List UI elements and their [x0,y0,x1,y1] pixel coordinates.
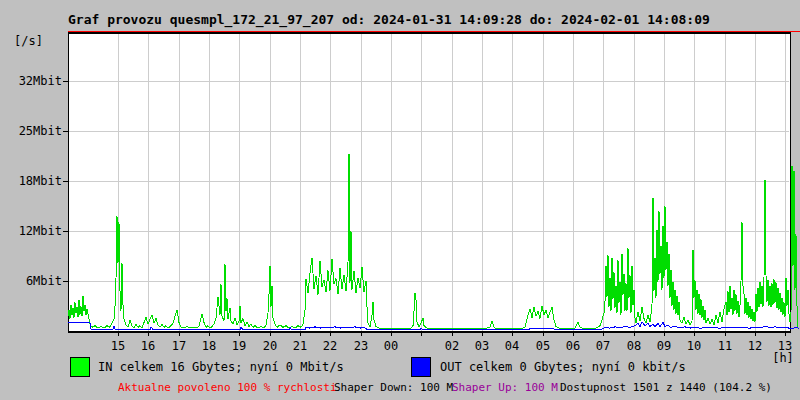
page-title: Graf provozu quesmpl_172_21_97_207 od: 2… [68,13,710,27]
x-tick-label-11: 11 [714,339,736,353]
y-tick-label-6Mbit: 6Mbit [12,274,62,288]
x-tick-label-15: 15 [107,339,129,353]
x-tick-label-04: 04 [501,339,523,353]
out-legend-label: OUT celkem 0 Gbytes; nyní 0 kbit/s [440,360,686,374]
in-legend-swatch [70,357,90,377]
x-tick-label-06: 06 [562,339,584,353]
x-tick-label-05: 05 [532,339,554,353]
x-tick-label-21: 21 [289,339,311,353]
x-tick-label-23: 23 [350,339,372,353]
x-tick-label-17: 17 [168,339,190,353]
x-tick-label-00: 00 [380,339,402,353]
shaper-up-text: Shaper Up: 100 M [452,381,558,395]
in-legend-label: IN celkem 16 Gbytes; nyní 0 Mbit/s [98,360,344,374]
x-tick-label-08: 08 [623,339,645,353]
y-axis-unit-label: [/s] [14,34,43,48]
allowed-speed-text: Aktualne povoleno 100 % rychlosti [118,381,337,395]
y-tick-label-25Mbit: 25Mbit [12,124,62,138]
x-tick-label-20: 20 [259,339,281,353]
x-tick-label-02: 02 [441,339,463,353]
x-tick-label-10: 10 [683,339,705,353]
x-tick-label-19: 19 [228,339,250,353]
x-tick-label-18: 18 [198,339,220,353]
y-tick-label-18Mbit: 18Mbit [12,174,62,188]
x-tick-label-07: 07 [592,339,614,353]
y-tick-label-12Mbit: 12Mbit [12,224,62,238]
availability-text: Dostupnost 1501 z 1440 (104.2 %) [560,381,772,395]
out-legend-swatch [411,357,431,377]
x-tick-label-09: 09 [653,339,675,353]
y-tick-label-32Mbit: 32Mbit [12,74,62,88]
shaper-down-text: Shaper Down: 100 M [334,381,453,395]
x-tick-label-03: 03 [471,339,493,353]
traffic-graph-page: Graf provozu quesmpl_172_21_97_207 od: 2… [0,0,800,400]
x-tick-label-22: 22 [319,339,341,353]
x-axis-unit-label: [h] [772,351,794,365]
x-tick-label-16: 16 [137,339,159,353]
x-tick-label-12: 12 [744,339,766,353]
